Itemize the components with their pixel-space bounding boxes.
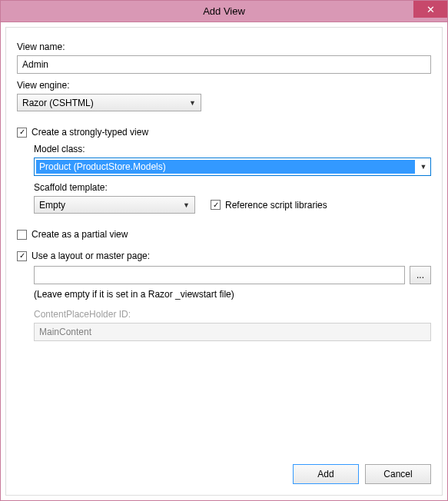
close-button[interactable]: ✕ [413,1,447,18]
add-button-label: Add [317,469,334,479]
use-layout-label: Use a layout or master page: [32,250,150,261]
strongly-typed-label: Create a strongly-typed view [32,127,148,138]
model-class-value: Product (ProductStore.Models) [39,161,166,172]
partial-view-row: Create as a partial view [17,229,431,240]
chevron-down-icon: ▼ [420,163,427,171]
view-engine-value: Razor (CSHTML) [22,98,94,108]
view-name-label: View name: [17,41,431,52]
view-engine-combo[interactable]: Razor (CSHTML) ▼ [17,94,201,111]
view-engine-label: View engine: [17,80,431,91]
content-placeholder-input: MainContent [34,323,431,341]
dialog-buttons: Add Cancel [17,452,431,484]
scaffold-template-label: Scaffold template: [34,182,431,193]
scaffold-template-combo[interactable]: Empty ▼ [34,196,195,214]
strongly-typed-checkbox[interactable]: ✓ [17,128,27,138]
titlebar: Add View ✕ [1,1,447,22]
dialog-content: View name: View engine: Razor (CSHTML) ▼… [5,27,443,496]
reference-scripts-checkbox[interactable]: ✓ [211,200,221,210]
chevron-down-icon: ▼ [189,99,196,107]
view-name-input[interactable] [17,55,431,74]
scaffold-template-value: Empty [39,200,65,211]
partial-view-checkbox[interactable] [17,230,27,240]
model-class-combo[interactable]: Product (ProductStore.Models) ▼ [34,158,431,176]
cancel-button-label: Cancel [383,469,412,479]
content-placeholder-label: ContentPlaceHolder ID: [34,309,431,320]
layout-hint: (Leave empty if it is set in a Razor _vi… [34,289,431,300]
browse-label: ... [416,270,424,280]
add-button[interactable]: Add [293,464,359,484]
use-layout-row: ✓ Use a layout or master page: [17,250,431,261]
strongly-typed-row: ✓ Create a strongly-typed view [17,127,431,138]
use-layout-checkbox[interactable]: ✓ [17,251,27,261]
chevron-down-icon: ▼ [183,201,190,209]
partial-view-label: Create as a partial view [32,229,128,240]
model-class-label: Model class: [34,144,431,154]
window-title: Add View [1,5,447,17]
reference-scripts-label: Reference script libraries [225,200,327,211]
browse-button[interactable]: ... [410,266,431,284]
dialog-window: Add View ✕ View name: View engine: Razor… [0,0,448,501]
layout-path-input[interactable] [34,266,405,284]
close-icon: ✕ [426,4,435,15]
cancel-button[interactable]: Cancel [365,464,431,484]
